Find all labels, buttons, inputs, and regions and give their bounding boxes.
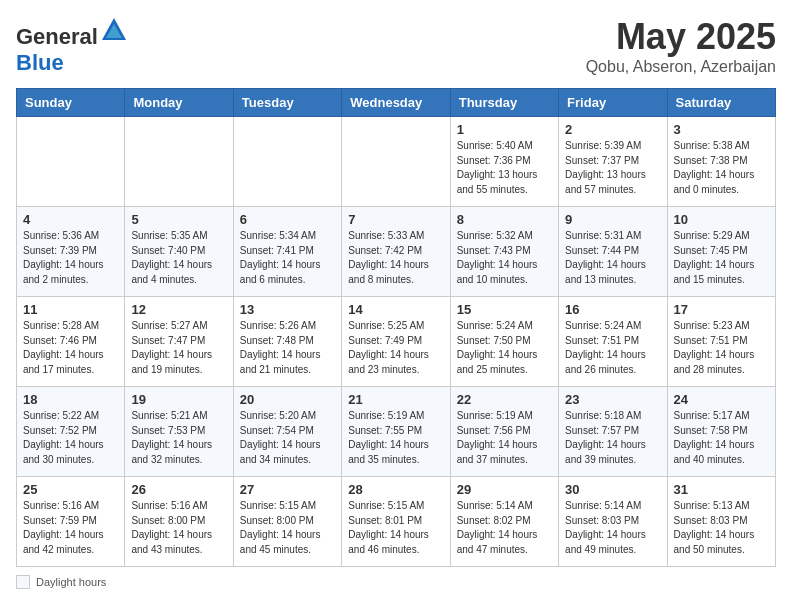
day-number: 10 — [674, 212, 769, 227]
day-number: 1 — [457, 122, 552, 137]
day-info: Sunrise: 5:29 AM Sunset: 7:45 PM Dayligh… — [674, 229, 769, 287]
day-info: Sunrise: 5:24 AM Sunset: 7:50 PM Dayligh… — [457, 319, 552, 377]
day-cell: 15Sunrise: 5:24 AM Sunset: 7:50 PM Dayli… — [450, 297, 558, 387]
logo: General Blue — [16, 16, 128, 76]
day-cell: 28Sunrise: 5:15 AM Sunset: 8:01 PM Dayli… — [342, 477, 450, 567]
day-cell: 17Sunrise: 5:23 AM Sunset: 7:51 PM Dayli… — [667, 297, 775, 387]
day-number: 2 — [565, 122, 660, 137]
day-number: 3 — [674, 122, 769, 137]
day-info: Sunrise: 5:18 AM Sunset: 7:57 PM Dayligh… — [565, 409, 660, 467]
day-number: 16 — [565, 302, 660, 317]
day-cell: 26Sunrise: 5:16 AM Sunset: 8:00 PM Dayli… — [125, 477, 233, 567]
day-info: Sunrise: 5:40 AM Sunset: 7:36 PM Dayligh… — [457, 139, 552, 197]
day-number: 24 — [674, 392, 769, 407]
day-cell: 21Sunrise: 5:19 AM Sunset: 7:55 PM Dayli… — [342, 387, 450, 477]
day-info: Sunrise: 5:21 AM Sunset: 7:53 PM Dayligh… — [131, 409, 226, 467]
day-info: Sunrise: 5:17 AM Sunset: 7:58 PM Dayligh… — [674, 409, 769, 467]
day-cell: 6Sunrise: 5:34 AM Sunset: 7:41 PM Daylig… — [233, 207, 341, 297]
day-info: Sunrise: 5:35 AM Sunset: 7:40 PM Dayligh… — [131, 229, 226, 287]
day-number: 14 — [348, 302, 443, 317]
day-cell — [17, 117, 125, 207]
day-number: 17 — [674, 302, 769, 317]
day-number: 7 — [348, 212, 443, 227]
calendar-table: SundayMondayTuesdayWednesdayThursdayFrid… — [16, 88, 776, 567]
location-title: Qobu, Abseron, Azerbaijan — [586, 58, 776, 76]
title-area: May 2025 Qobu, Abseron, Azerbaijan — [586, 16, 776, 76]
day-info: Sunrise: 5:38 AM Sunset: 7:38 PM Dayligh… — [674, 139, 769, 197]
day-info: Sunrise: 5:28 AM Sunset: 7:46 PM Dayligh… — [23, 319, 118, 377]
day-info: Sunrise: 5:31 AM Sunset: 7:44 PM Dayligh… — [565, 229, 660, 287]
day-cell: 12Sunrise: 5:27 AM Sunset: 7:47 PM Dayli… — [125, 297, 233, 387]
day-info: Sunrise: 5:26 AM Sunset: 7:48 PM Dayligh… — [240, 319, 335, 377]
logo-text: General Blue — [16, 16, 128, 76]
header-cell-friday: Friday — [559, 89, 667, 117]
day-number: 9 — [565, 212, 660, 227]
week-row-2: 4Sunrise: 5:36 AM Sunset: 7:39 PM Daylig… — [17, 207, 776, 297]
day-number: 5 — [131, 212, 226, 227]
day-cell: 30Sunrise: 5:14 AM Sunset: 8:03 PM Dayli… — [559, 477, 667, 567]
day-number: 21 — [348, 392, 443, 407]
day-number: 18 — [23, 392, 118, 407]
day-cell: 4Sunrise: 5:36 AM Sunset: 7:39 PM Daylig… — [17, 207, 125, 297]
day-cell: 13Sunrise: 5:26 AM Sunset: 7:48 PM Dayli… — [233, 297, 341, 387]
day-number: 15 — [457, 302, 552, 317]
day-info: Sunrise: 5:33 AM Sunset: 7:42 PM Dayligh… — [348, 229, 443, 287]
logo-blue: Blue — [16, 50, 64, 75]
day-cell: 14Sunrise: 5:25 AM Sunset: 7:49 PM Dayli… — [342, 297, 450, 387]
day-number: 29 — [457, 482, 552, 497]
day-number: 4 — [23, 212, 118, 227]
day-number: 22 — [457, 392, 552, 407]
day-cell: 23Sunrise: 5:18 AM Sunset: 7:57 PM Dayli… — [559, 387, 667, 477]
day-info: Sunrise: 5:15 AM Sunset: 8:00 PM Dayligh… — [240, 499, 335, 557]
day-info: Sunrise: 5:13 AM Sunset: 8:03 PM Dayligh… — [674, 499, 769, 557]
week-row-4: 18Sunrise: 5:22 AM Sunset: 7:52 PM Dayli… — [17, 387, 776, 477]
day-info: Sunrise: 5:22 AM Sunset: 7:52 PM Dayligh… — [23, 409, 118, 467]
day-number: 19 — [131, 392, 226, 407]
day-info: Sunrise: 5:16 AM Sunset: 7:59 PM Dayligh… — [23, 499, 118, 557]
header-cell-saturday: Saturday — [667, 89, 775, 117]
day-cell: 5Sunrise: 5:35 AM Sunset: 7:40 PM Daylig… — [125, 207, 233, 297]
footer-note-box — [16, 575, 30, 589]
footer-note-label: Daylight hours — [36, 576, 106, 588]
day-cell: 18Sunrise: 5:22 AM Sunset: 7:52 PM Dayli… — [17, 387, 125, 477]
day-cell: 27Sunrise: 5:15 AM Sunset: 8:00 PM Dayli… — [233, 477, 341, 567]
day-cell: 10Sunrise: 5:29 AM Sunset: 7:45 PM Dayli… — [667, 207, 775, 297]
day-info: Sunrise: 5:39 AM Sunset: 7:37 PM Dayligh… — [565, 139, 660, 197]
day-cell: 29Sunrise: 5:14 AM Sunset: 8:02 PM Dayli… — [450, 477, 558, 567]
day-info: Sunrise: 5:24 AM Sunset: 7:51 PM Dayligh… — [565, 319, 660, 377]
logo-general: General — [16, 24, 98, 49]
logo-icon — [100, 16, 128, 44]
day-info: Sunrise: 5:20 AM Sunset: 7:54 PM Dayligh… — [240, 409, 335, 467]
week-row-1: 1Sunrise: 5:40 AM Sunset: 7:36 PM Daylig… — [17, 117, 776, 207]
day-info: Sunrise: 5:15 AM Sunset: 8:01 PM Dayligh… — [348, 499, 443, 557]
day-info: Sunrise: 5:36 AM Sunset: 7:39 PM Dayligh… — [23, 229, 118, 287]
day-cell: 2Sunrise: 5:39 AM Sunset: 7:37 PM Daylig… — [559, 117, 667, 207]
day-cell: 16Sunrise: 5:24 AM Sunset: 7:51 PM Dayli… — [559, 297, 667, 387]
day-info: Sunrise: 5:19 AM Sunset: 7:56 PM Dayligh… — [457, 409, 552, 467]
day-cell: 24Sunrise: 5:17 AM Sunset: 7:58 PM Dayli… — [667, 387, 775, 477]
day-number: 27 — [240, 482, 335, 497]
header-cell-tuesday: Tuesday — [233, 89, 341, 117]
day-info: Sunrise: 5:19 AM Sunset: 7:55 PM Dayligh… — [348, 409, 443, 467]
header-cell-wednesday: Wednesday — [342, 89, 450, 117]
day-info: Sunrise: 5:23 AM Sunset: 7:51 PM Dayligh… — [674, 319, 769, 377]
week-row-5: 25Sunrise: 5:16 AM Sunset: 7:59 PM Dayli… — [17, 477, 776, 567]
day-info: Sunrise: 5:14 AM Sunset: 8:03 PM Dayligh… — [565, 499, 660, 557]
header-cell-thursday: Thursday — [450, 89, 558, 117]
day-number: 11 — [23, 302, 118, 317]
day-cell: 9Sunrise: 5:31 AM Sunset: 7:44 PM Daylig… — [559, 207, 667, 297]
day-number: 12 — [131, 302, 226, 317]
header: General Blue May 2025 Qobu, Abseron, Aze… — [16, 16, 776, 76]
day-cell: 1Sunrise: 5:40 AM Sunset: 7:36 PM Daylig… — [450, 117, 558, 207]
day-cell — [233, 117, 341, 207]
header-row: SundayMondayTuesdayWednesdayThursdayFrid… — [17, 89, 776, 117]
day-cell: 20Sunrise: 5:20 AM Sunset: 7:54 PM Dayli… — [233, 387, 341, 477]
day-cell — [342, 117, 450, 207]
day-cell: 25Sunrise: 5:16 AM Sunset: 7:59 PM Dayli… — [17, 477, 125, 567]
day-number: 28 — [348, 482, 443, 497]
day-info: Sunrise: 5:16 AM Sunset: 8:00 PM Dayligh… — [131, 499, 226, 557]
day-cell: 31Sunrise: 5:13 AM Sunset: 8:03 PM Dayli… — [667, 477, 775, 567]
day-info: Sunrise: 5:14 AM Sunset: 8:02 PM Dayligh… — [457, 499, 552, 557]
day-number: 20 — [240, 392, 335, 407]
day-cell: 22Sunrise: 5:19 AM Sunset: 7:56 PM Dayli… — [450, 387, 558, 477]
